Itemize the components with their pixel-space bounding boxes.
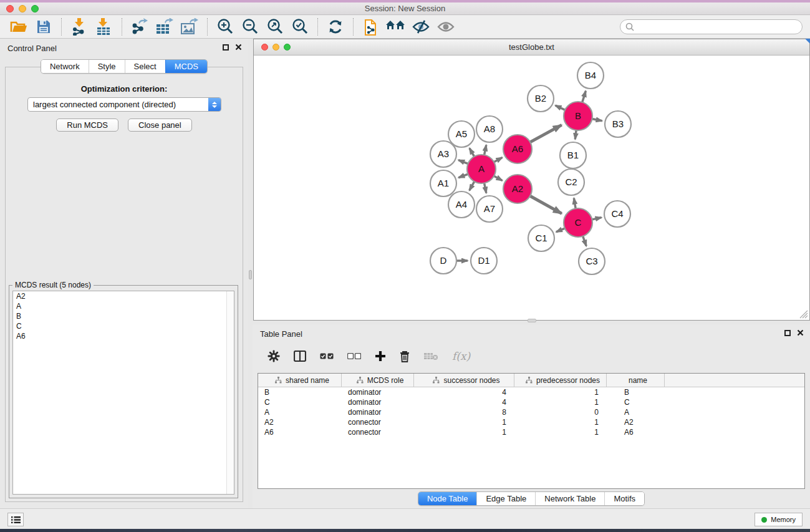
delete-table-button[interactable] — [423, 352, 438, 360]
graph-node-B1[interactable]: B1 — [560, 142, 586, 168]
table-cell[interactable]: B — [258, 388, 342, 397]
tab-node-table[interactable]: Node Table — [418, 492, 477, 505]
task-history-button[interactable] — [7, 513, 24, 526]
graph-node-C1[interactable]: C1 — [528, 225, 554, 251]
graph-edge-A6-B[interactable] — [529, 125, 562, 143]
graph-node-A6[interactable]: A6 — [503, 135, 532, 163]
table-row[interactable]: A2connector11A2 — [258, 417, 804, 427]
tab-mcds[interactable]: MCDS — [165, 60, 207, 73]
export-table-button[interactable] — [152, 17, 177, 37]
graph-node-B2[interactable]: B2 — [528, 85, 554, 112]
table-cell[interactable]: 1 — [514, 398, 607, 407]
table-cell[interactable]: connector — [342, 428, 414, 437]
table-cell[interactable]: 1 — [514, 388, 607, 397]
zoom-fit-content-button[interactable] — [263, 17, 287, 37]
tab-edge-table[interactable]: Edge Table — [476, 492, 535, 505]
zoom-selected-button[interactable] — [287, 17, 312, 37]
show-graphics-details-button[interactable] — [433, 17, 458, 37]
graph-node-D1[interactable]: D1 — [471, 248, 497, 274]
table-cell[interactable]: A — [258, 408, 342, 417]
float-panel-icon[interactable] — [223, 44, 229, 51]
table-cell[interactable]: A — [607, 408, 665, 417]
table-cell[interactable]: dominator — [342, 388, 414, 397]
float-table-panel-icon[interactable] — [784, 330, 791, 336]
graph-node-A[interactable]: A — [467, 155, 496, 183]
table-cell[interactable]: connector — [342, 418, 414, 427]
maximize-network-window-button[interactable] — [284, 44, 291, 51]
table-cell[interactable]: 4 — [414, 398, 514, 407]
table-settings-button[interactable] — [268, 350, 280, 362]
tab-select[interactable]: Select — [125, 60, 165, 73]
network-graph[interactable]: B4B2BB3A8A5A6A3B1AC2A1A2A4A7C4CC1C3DD1 — [254, 56, 809, 320]
table-cell[interactable]: C — [607, 398, 665, 407]
close-panel-icon[interactable] — [235, 44, 242, 51]
splitter-handle-left[interactable] — [249, 270, 252, 279]
search-field[interactable] — [620, 19, 803, 34]
table-cell[interactable]: A2 — [607, 418, 665, 427]
table-cell[interactable]: 0 — [514, 408, 607, 417]
graph-node-C2[interactable]: C2 — [558, 169, 584, 195]
table-cell[interactable]: B — [607, 388, 665, 397]
close-network-window-button[interactable] — [261, 44, 268, 51]
graph-node-A4[interactable]: A4 — [448, 191, 475, 218]
table-row[interactable]: Bdominator41B — [258, 387, 804, 397]
table-row[interactable]: Adominator80A — [258, 407, 804, 417]
column-header-MCDS-role[interactable]: MCDS role — [342, 374, 414, 387]
mcds-result-item[interactable]: A — [13, 301, 234, 311]
table-cell[interactable]: dominator — [342, 398, 414, 407]
close-table-panel-icon[interactable] — [797, 329, 804, 336]
network-canvas[interactable]: B4B2BB3A8A5A6A3B1AC2A1A2A4A7C4CC1C3DD1 — [254, 56, 809, 320]
zoom-in-button[interactable] — [213, 17, 238, 37]
column-header-shared-name[interactable]: shared name — [258, 374, 342, 387]
table-cell[interactable]: dominator — [342, 408, 414, 417]
save-session-button[interactable] — [31, 17, 56, 37]
table-row[interactable]: A6connector11A6 — [258, 427, 804, 437]
run-mcds-button[interactable]: Run MCDS — [56, 118, 118, 132]
new-network-from-selection-button[interactable] — [359, 17, 383, 37]
graph-node-D[interactable]: D — [430, 248, 456, 274]
export-network-button[interactable] — [127, 17, 152, 37]
select-all-checkboxes-button[interactable] — [320, 353, 334, 359]
apply-preferred-layout-button[interactable] — [323, 17, 348, 37]
import-network-from-file-button[interactable] — [67, 17, 92, 37]
graph-node-C3[interactable]: C3 — [579, 248, 605, 274]
mcds-result-item[interactable]: A2 — [13, 291, 234, 301]
table-cell[interactable]: 8 — [414, 408, 514, 417]
open-home-browser-button[interactable] — [383, 17, 408, 37]
export-image-button[interactable] — [177, 17, 202, 37]
table-cell[interactable]: 1 — [414, 418, 514, 427]
import-table-from-file-button[interactable] — [92, 17, 117, 37]
table-cell[interactable]: 1 — [514, 428, 607, 437]
splitter-handle-bottom[interactable] — [528, 319, 536, 322]
mcds-result-item[interactable]: A6 — [13, 331, 234, 341]
graph-node-B3[interactable]: B3 — [605, 111, 631, 137]
graph-node-B[interactable]: B — [564, 102, 592, 130]
search-input[interactable] — [637, 22, 797, 32]
graph-node-A7[interactable]: A7 — [476, 196, 503, 222]
memory-button[interactable]: Memory — [755, 513, 803, 526]
graph-node-A5[interactable]: A5 — [448, 121, 475, 147]
function-builder-button[interactable]: f(x) — [452, 350, 470, 362]
show-column-button[interactable] — [294, 351, 306, 362]
close-panel-button[interactable]: Close panel — [128, 118, 192, 132]
table-cell[interactable]: 4 — [414, 388, 514, 397]
mcds-result-list[interactable]: A2ABCA6 — [12, 291, 234, 495]
deselect-all-checkboxes-button[interactable] — [347, 353, 361, 359]
column-header-predecessor-nodes[interactable]: predecessor nodes — [514, 374, 607, 387]
graph-node-C[interactable]: C — [564, 208, 592, 237]
delete-column-button[interactable] — [400, 351, 410, 362]
minimize-network-window-button[interactable] — [272, 44, 279, 51]
graph-node-A8[interactable]: A8 — [476, 116, 503, 142]
graph-node-B4[interactable]: B4 — [577, 62, 604, 89]
table-cell[interactable]: 1 — [414, 428, 514, 437]
graph-node-C4[interactable]: C4 — [604, 201, 630, 227]
optimization-criterion-select[interactable]: largest connected component (directed) — [27, 97, 221, 112]
add-column-button[interactable] — [375, 351, 386, 362]
table-cell[interactable]: A6 — [258, 428, 342, 437]
open-session-button[interactable] — [6, 17, 31, 37]
tab-network-table[interactable]: Network Table — [535, 492, 604, 505]
resize-grip-icon[interactable] — [799, 310, 808, 319]
column-header-name[interactable]: name — [607, 374, 665, 387]
network-window-titlebar[interactable]: testGlobe.txt — [254, 39, 809, 56]
mcds-result-item[interactable]: C — [13, 321, 234, 331]
